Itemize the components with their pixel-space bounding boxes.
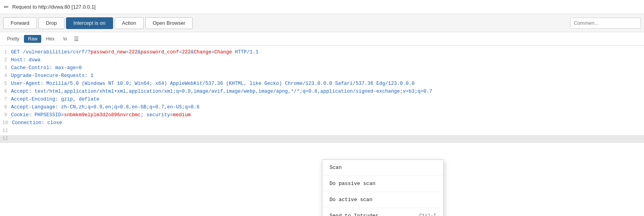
request-body: 1 GET /vulnerabilities/csrf/?password_ne… <box>0 46 644 216</box>
pencil-icon: ✏ <box>4 4 9 11</box>
intercept-button[interactable]: Intercept is on <box>66 17 113 29</box>
ctx-scan-label: Scan <box>329 164 342 172</box>
action-button[interactable]: Action <box>115 17 144 29</box>
toolbar: Forward Drop Intercept is on Action Open… <box>0 14 644 32</box>
ctx-send-intruder[interactable]: Send to Intruder Ctrl-I <box>322 208 443 216</box>
ctx-active-scan-label: Do active scan <box>329 196 372 204</box>
format-tabs: Pretty Raw Hex \n ☰ <box>0 32 644 46</box>
ctx-scan[interactable]: Scan <box>322 160 443 176</box>
title-text: Request to http://dvwa:80 [127.0.0.1] <box>12 4 95 10</box>
line-11: 11 <box>0 127 644 135</box>
line-1: 1 GET /vulnerabilities/csrf/?password_ne… <box>0 49 644 57</box>
line-12: 12 <box>0 135 644 143</box>
line-5: 5 User-Agent: Mozilla/5.0 (Windows NT 10… <box>0 80 644 88</box>
line-4: 4 Upgrade-Insecure-Requests: 1 <box>0 72 644 80</box>
tab-hex[interactable]: Hex <box>42 35 58 43</box>
ctx-passive-scan-label: Do passive scan <box>329 180 375 188</box>
line-9: 9 Cookie: PHPSESSID=snbmkm9elplm3d2o896n… <box>0 112 644 119</box>
forward-button[interactable]: Forward <box>3 17 37 29</box>
line-3: 3 Cache-Control: max-age=0 <box>0 64 644 72</box>
title-bar: ✏ Request to http://dvwa:80 [127.0.0.1] <box>0 0 644 14</box>
tab-pretty[interactable]: Pretty <box>3 35 23 43</box>
menu-icon[interactable]: ☰ <box>72 35 81 43</box>
line-7: 7 Accept-Encoding: gzip, deflate <box>0 96 644 104</box>
line-10: 10 Connection: close <box>0 119 644 127</box>
tab-raw[interactable]: Raw <box>24 35 41 43</box>
ctx-send-intruder-shortcut: Ctrl-I <box>419 212 436 216</box>
comment-input[interactable] <box>570 18 641 29</box>
line-2: 2 Host: dvwa <box>0 57 644 64</box>
ctx-send-intruder-label: Send to Intruder <box>329 212 379 216</box>
open-browser-button[interactable]: Open Browser <box>145 17 193 29</box>
context-menu: Scan Do passive scan Do active scan Send… <box>322 159 444 216</box>
drop-button[interactable]: Drop <box>38 17 64 29</box>
ctx-active-scan[interactable]: Do active scan <box>322 192 443 208</box>
line-8: 8 Accept-Language: zh-CN,zh;q=0.9,en;q=0… <box>0 104 644 112</box>
tab-newline[interactable]: \n <box>59 35 71 43</box>
ctx-passive-scan[interactable]: Do passive scan <box>322 176 443 192</box>
line-6: 6 Accept: text/html,application/xhtml+xm… <box>0 88 644 96</box>
